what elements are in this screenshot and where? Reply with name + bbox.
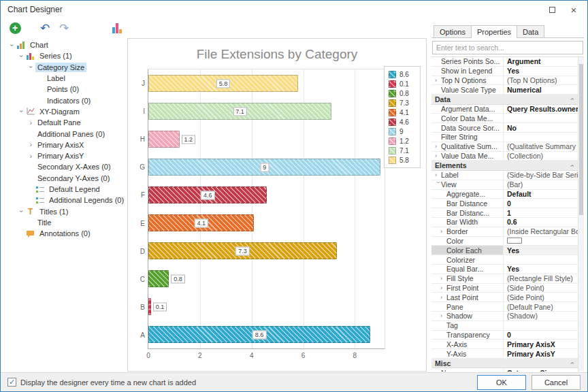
property-row-bar-width[interactable]: Bar Width0.6 [431, 218, 578, 227]
property-value[interactable]: (Rectangle Fill Style) [504, 274, 578, 283]
expand-icon[interactable]: › [435, 77, 441, 84]
tree-item-chart[interactable]: ›Chart [6, 39, 126, 50]
property-row-aggregate[interactable]: Aggregate...Default [431, 190, 578, 199]
property-value[interactable]: Argument [504, 57, 578, 66]
show-designer-checkbox[interactable]: ✓ [7, 378, 16, 387]
property-value[interactable]: 1 [504, 208, 578, 217]
property-row-x-axis[interactable]: X-AxisPrimary AxisX [431, 340, 578, 349]
property-row-equal-bar[interactable]: Equal Bar...Yes [431, 265, 578, 274]
tree-item-indicators-0[interactable]: Indicators (0) [6, 95, 126, 105]
property-category-data[interactable]: Data› [431, 95, 578, 105]
tab-data[interactable]: Data [517, 25, 544, 37]
maximize-button[interactable] [541, 1, 563, 18]
property-value[interactable]: (Bar) [504, 180, 578, 189]
tree-item-additional-legends-0[interactable]: Additional Legends (0) [6, 195, 126, 206]
tree-item-primary-axisy[interactable]: ›Primary AxisY [6, 150, 126, 161]
tab-options[interactable]: Options [434, 25, 472, 37]
property-row-transparency[interactable]: Transparency0 [431, 331, 578, 340]
collapse-icon[interactable]: › [18, 107, 25, 116]
collapse-icon[interactable]: › [568, 98, 576, 100]
cancel-button[interactable]: Cancel [532, 375, 581, 390]
property-row-tag[interactable]: Tag [431, 321, 578, 331]
tree-item-title[interactable]: Title [6, 217, 126, 228]
property-value[interactable]: (Default Pane) [504, 302, 578, 311]
property-value[interactable]: (Collection) [504, 152, 578, 161]
property-row-y-axis[interactable]: Y-AxisPrimary AxisY [431, 349, 578, 359]
close-button[interactable]: × [563, 1, 585, 18]
property-value[interactable]: Category Size [504, 368, 578, 372]
property-row-label[interactable]: ›Label(Side-by-Side Bar Series... [431, 171, 578, 180]
property-value[interactable]: Default [504, 190, 578, 199]
property-row-argument-data[interactable]: Argument Data...Query Results.owner_n... [431, 105, 578, 114]
tree-item-category-size[interactable]: ›Category Size [6, 62, 126, 73]
expand-icon[interactable]: › [435, 152, 441, 159]
property-value[interactable]: 0 [504, 331, 578, 340]
change-chart-type-button[interactable] [108, 20, 126, 36]
property-value[interactable]: Primary AxisX [504, 340, 578, 348]
expand-icon[interactable]: › [435, 172, 441, 178]
property-value[interactable]: Primary AxisY [504, 349, 578, 358]
tree-item-primary-axisx[interactable]: ›Primary AxisX [6, 140, 126, 150]
property-row-colorizer[interactable]: Colorizer [431, 255, 578, 265]
property-value[interactable]: Query Results.owner_n... [504, 105, 578, 114]
property-row-color-each[interactable]: Color EachYes [431, 246, 578, 255]
tree-item-secondary-y-axes-0[interactable]: Secondary Y-Axes (0) [6, 173, 126, 184]
property-value[interactable] [504, 237, 578, 246]
property-row-name[interactable]: NameCategory Size [431, 368, 578, 372]
property-row-first-point[interactable]: ›First Point(Side Point) [431, 284, 578, 293]
property-value[interactable]: 0.6 [504, 218, 578, 227]
ok-button[interactable]: OK [477, 375, 526, 390]
collapse-icon[interactable]: › [18, 207, 25, 216]
property-value[interactable]: (Top N Options) [504, 76, 578, 85]
property-row-bar-distanc[interactable]: Bar Distanc...1 [431, 208, 578, 218]
property-row-show-in-legend[interactable]: Show in LegendYes [431, 67, 578, 76]
tree-item-series-1[interactable]: ›Series (1) [6, 50, 126, 61]
collapse-icon[interactable]: › [27, 63, 35, 71]
expand-icon[interactable]: › [440, 228, 446, 235]
search-input[interactable] [432, 41, 583, 54]
tree-item-default-pane[interactable]: ›Default Pane [6, 117, 126, 128]
property-category-misc[interactable]: Misc› [431, 359, 578, 369]
property-row-top-n-options[interactable]: ›Top N Options(Top N Options) [431, 76, 578, 86]
tree-item-additional-panes-0[interactable]: Additional Panes (0) [6, 128, 126, 139]
bar-c[interactable] [148, 270, 169, 287]
bar-b[interactable] [148, 298, 151, 315]
tree-item-titles-1[interactable]: ›TTitles (1) [6, 206, 126, 216]
expand-icon[interactable]: › [440, 275, 446, 282]
property-row-border[interactable]: ›Border(Inside Rectangular Bor... [431, 227, 578, 237]
property-row-value-data-me[interactable]: ›Value Data Me...(Collection) [431, 152, 578, 161]
vertical-scrollbar[interactable] [578, 57, 584, 372]
undo-button[interactable]: ↶ [36, 20, 54, 36]
bar-h[interactable] [148, 131, 180, 148]
tree-item-default-legend[interactable]: Default Legend [6, 184, 126, 195]
property-value[interactable]: Numerical [504, 85, 578, 94]
tree-item-points-0[interactable]: Points (0) [6, 84, 126, 95]
property-row-filter-string[interactable]: Filter String [431, 133, 578, 142]
expand-icon[interactable]: › [435, 143, 441, 150]
property-row-color[interactable]: Color [431, 237, 578, 246]
expand-icon[interactable]: › [27, 141, 35, 148]
collapse-icon[interactable]: › [435, 182, 442, 188]
property-row-color-data-me[interactable]: Color Data Me... [431, 114, 578, 123]
property-value[interactable]: (Inside Rectangular Bor... [504, 227, 578, 236]
collapse-icon[interactable]: › [568, 362, 576, 364]
property-value[interactable]: Yes [504, 246, 578, 255]
expand-icon[interactable]: › [440, 312, 446, 319]
property-value[interactable]: Yes [504, 67, 578, 76]
property-row-last-point[interactable]: ›Last Point(Side Point) [431, 293, 578, 302]
property-row-view[interactable]: ›View(Bar) [431, 180, 578, 190]
property-row-pane[interactable]: Pane(Default Pane) [431, 302, 578, 312]
scrollbar-thumb[interactable] [579, 64, 583, 215]
expand-icon[interactable]: › [27, 152, 35, 160]
property-value[interactable]: Yes [504, 265, 578, 274]
property-row-series-points-so[interactable]: Series Points So...Argument [431, 57, 578, 67]
property-value[interactable]: (Shadow) [504, 312, 578, 321]
property-row-fill-style[interactable]: ›Fill Style(Rectangle Fill Style) [431, 274, 578, 284]
property-row-value-scale-type[interactable]: Value Scale TypeNumerical [431, 85, 578, 95]
property-value[interactable] [504, 133, 578, 142]
property-value[interactable]: (Qualitative Summary O... [504, 142, 578, 151]
property-category-elements[interactable]: Elements› [431, 161, 578, 171]
property-value[interactable]: (Side-by-Side Bar Series... [504, 171, 578, 180]
property-row-bar-distance[interactable]: Bar Distance0 [431, 199, 578, 208]
property-value[interactable]: (Side Point) [504, 293, 578, 301]
